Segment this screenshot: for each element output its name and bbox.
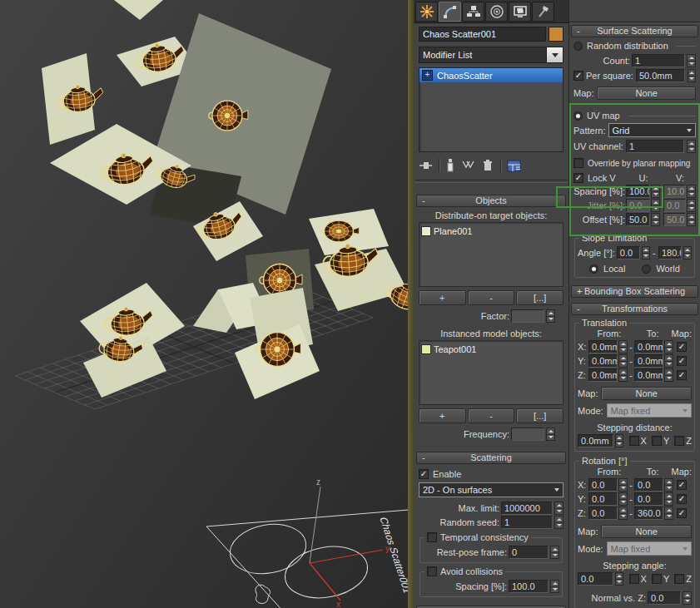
spinner[interactable] [664,478,673,492]
rollout-header-surface-scattering[interactable]: - Surface Scattering [571,25,698,37]
pattern-dropdown[interactable]: Grid [608,123,696,137]
slope-angle-to-spinner[interactable] [683,246,692,260]
remove-modifier-icon[interactable] [481,159,494,172]
translate-x-from-field[interactable]: 0.0mm [588,340,618,353]
stepping-x-checkbox[interactable] [629,436,639,446]
per-square-checkbox[interactable]: ✓ [573,71,583,81]
temporal-consistency-checkbox[interactable] [427,532,437,542]
rotate-x-to-field[interactable]: 0.0 [634,478,663,492]
uv-spacing-v-spinner[interactable] [687,185,696,198]
collapse-icon[interactable]: - [422,195,425,206]
slope-angle-to-field[interactable]: 180.0 [658,246,682,260]
uv-offset-u-spinner[interactable] [651,213,660,226]
uv-offset-v-field[interactable]: 50.0 [663,213,686,226]
spinner[interactable] [618,354,628,368]
tab-motion[interactable] [485,2,508,22]
configure-modifier-sets-icon[interactable] [507,160,521,172]
spinner[interactable] [664,507,673,520]
stepping-z-checkbox[interactable] [674,574,684,584]
distribute-targets-list[interactable]: Plane001 [419,222,563,287]
tab-display[interactable] [509,2,531,22]
slope-angle-from-field[interactable]: 0.0 [617,246,640,260]
stepping-distance-field[interactable]: 0.0mm [578,434,613,447]
slope-world-radio[interactable] [642,264,651,274]
add-model-button[interactable]: + [419,408,466,423]
rotate-z-to-field[interactable]: 360.0 [634,507,663,520]
tab-utilities[interactable] [532,2,554,22]
pin-stack-icon[interactable] [419,159,433,172]
stepping-z-checkbox[interactable] [674,436,684,446]
tab-create[interactable] [415,2,438,22]
expand-icon[interactable]: + [577,286,582,297]
rotate-y-map-checkbox[interactable]: ✓ [677,494,687,504]
uv-offset-v-spinner[interactable] [687,213,696,226]
modifier-list-dropdown[interactable]: Modifier List [419,47,563,63]
modifier-stack[interactable]: + ChaosScatter [419,67,563,152]
list-item[interactable]: Teapot001 [421,343,561,355]
uv-spacing-v-field[interactable]: 10.0 [663,185,686,198]
spinner[interactable] [664,368,673,382]
frequency-field[interactable] [511,428,544,441]
tab-hierarchy[interactable] [462,2,484,22]
random-distribution-radio[interactable] [573,42,583,51]
collapse-icon[interactable]: - [422,452,425,463]
stepping-angle-field[interactable]: 0.0 [578,572,613,586]
rest-pose-spinner[interactable] [550,546,559,559]
pick-target-button[interactable]: [...] [516,290,563,305]
per-square-field[interactable]: 50.0mm [636,69,685,82]
remove-model-button[interactable]: - [468,408,515,423]
collapse-icon[interactable]: - [577,304,580,314]
frequency-spinner[interactable] [546,428,555,441]
uv-spacing-u-spinner[interactable] [651,185,660,198]
translate-x-to-field[interactable]: 0.0mm [634,340,663,353]
spinner[interactable] [664,492,673,506]
expand-modifier-icon[interactable]: + [422,70,433,81]
spinner[interactable] [618,368,628,382]
rollout-header-transformations[interactable]: - Transformations [571,303,698,315]
object-name-field[interactable]: Chaos Scatter001 [419,27,546,42]
add-target-button[interactable]: + [419,290,466,305]
tab-modify[interactable] [439,2,461,22]
make-unique-icon[interactable] [461,160,475,171]
show-end-result-icon[interactable] [445,158,455,173]
object-color-swatch[interactable] [549,27,563,42]
rotate-x-map-checkbox[interactable]: ✓ [677,480,687,490]
translate-x-map-checkbox[interactable]: ✓ [677,342,687,352]
rest-pose-field[interactable]: 0 [509,546,549,559]
factor-field[interactable] [511,309,544,323]
surface-map-button[interactable]: None [597,87,696,100]
per-square-spinner[interactable] [688,69,696,82]
rotation-mode-dropdown[interactable]: Map fixed [607,541,692,556]
uv-channel-field[interactable]: 1 [626,140,684,153]
stepping-angle-spinner[interactable] [615,572,623,586]
override-planar-checkbox[interactable] [573,158,583,168]
modifier-list-chevron-icon[interactable] [546,47,563,62]
stepping-y-checkbox[interactable] [652,436,662,446]
uv-map-radio[interactable] [573,111,583,121]
list-item[interactable]: Plane001 [421,225,561,237]
instanced-models-list[interactable]: Teapot001 [419,340,563,405]
avoid-collisions-checkbox[interactable] [427,566,437,576]
uv-spacing-u-field[interactable]: 100.0 [626,185,650,198]
scatter-mode-dropdown[interactable]: 2D - On surfaces [419,482,563,497]
stepping-y-checkbox[interactable] [652,574,662,584]
spinner[interactable] [664,340,673,353]
slope-angle-from-spinner[interactable] [642,246,650,260]
translate-z-map-checkbox[interactable]: ✓ [677,370,687,380]
collision-spacing-spinner[interactable] [550,580,559,593]
slope-local-radio[interactable] [589,264,598,274]
random-seed-spinner[interactable] [554,516,563,529]
stepping-distance-spinner[interactable] [615,434,623,447]
uv-jitter-u-field[interactable]: 0.0 [626,199,650,212]
translate-z-from-field[interactable]: 0.0mm [588,368,618,382]
rotate-x-from-field[interactable]: 0.0 [588,478,618,492]
translate-y-map-checkbox[interactable]: ✓ [677,356,687,366]
uv-jitter-u-spinner[interactable] [651,199,660,212]
translation-map-button[interactable]: None [601,387,692,400]
translate-z-to-field[interactable]: 0.0mm [634,368,663,382]
uv-jitter-v-spinner[interactable] [687,199,696,212]
rotate-z-from-field[interactable]: 0.0 [588,507,618,520]
pick-model-button[interactable]: [...] [516,408,563,423]
spinner[interactable] [618,492,628,506]
max-limit-field[interactable]: 1000000 [501,502,553,515]
